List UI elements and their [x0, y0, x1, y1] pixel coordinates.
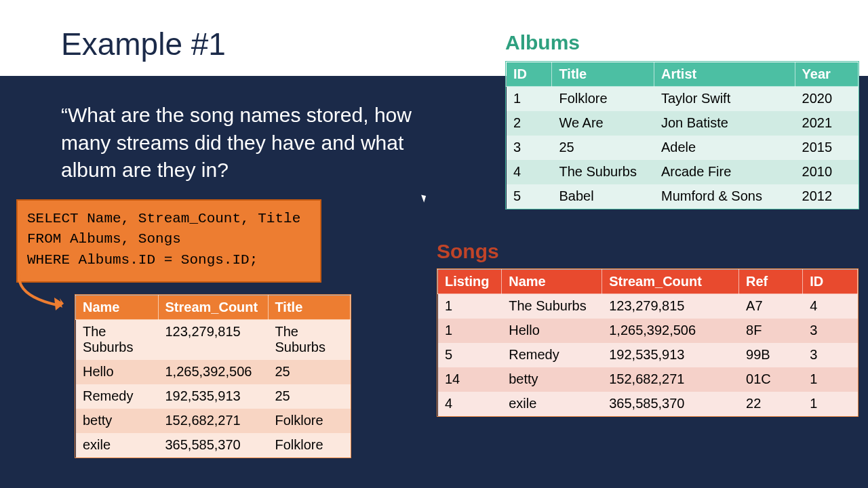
cell: 3 [803, 319, 858, 343]
cell: 3 [803, 343, 858, 367]
cell: Babel [552, 184, 654, 209]
table-row: 5BabelMumford & Sons2012 [507, 184, 859, 209]
sql-line: FROM Albums, Songs [27, 229, 311, 249]
cell: 152,682,271 [602, 367, 739, 392]
cell: 1,265,392,506 [158, 360, 268, 384]
col-header: ID [507, 62, 552, 87]
songs-body: 1The Suburbs123,279,815A741Hello1,265,39… [438, 294, 858, 416]
cell: Hello [502, 319, 602, 343]
table-row: Hello1,265,392,50625 [76, 360, 351, 384]
cell: Hello [76, 360, 159, 384]
cell: Remedy [502, 343, 602, 367]
cell: A7 [739, 294, 803, 319]
albums-body: 1FolkloreTaylor Swift20202We AreJon Bati… [507, 87, 859, 209]
result-body: The Suburbs123,279,815The SuburbsHello1,… [76, 320, 351, 458]
cell: exile [76, 433, 159, 458]
table-row: 2We AreJon Batiste2021 [507, 111, 859, 136]
cell: 5 [438, 343, 502, 367]
table-row: The Suburbs123,279,815The Suburbs [76, 320, 351, 360]
songs-table: Listing Name Stream_Count Ref ID 1The Su… [437, 268, 859, 417]
col-header: Name [76, 296, 159, 320]
cell: 3 [507, 136, 552, 160]
cell: 365,585,370 [158, 433, 268, 458]
cell: 22 [739, 392, 803, 416]
col-header: ID [803, 270, 858, 294]
cell: Arcade Fire [654, 160, 795, 184]
cell: 8F [739, 319, 803, 343]
table-row: 325Adele2015 [507, 136, 859, 160]
col-header: Year [795, 62, 858, 87]
cell: Jon Batiste [654, 111, 795, 136]
cell: 4 [438, 392, 502, 416]
cell: Remedy [76, 384, 159, 409]
cell: Folklore [268, 409, 351, 433]
albums-heading: Albums [505, 31, 580, 54]
cell: 1 [803, 367, 858, 392]
cell: 01C [739, 367, 803, 392]
table-row: betty152,682,271Folklore [76, 409, 351, 433]
svg-marker-0 [54, 298, 64, 310]
table-row: 4The SuburbsArcade Fire2010 [507, 160, 859, 184]
cell: 2020 [795, 87, 858, 111]
cell: 4 [803, 294, 858, 319]
table-row: exile365,585,370Folklore [76, 433, 351, 458]
cell: 123,279,815 [158, 320, 268, 360]
result-table: Name Stream_Count Title The Suburbs123,2… [75, 294, 351, 458]
cell: 192,535,913 [158, 384, 268, 409]
table-row: 1FolkloreTaylor Swift2020 [507, 87, 859, 111]
cell: 2 [507, 111, 552, 136]
cell: 25 [268, 384, 351, 409]
cell: betty [76, 409, 159, 433]
cell: 123,279,815 [602, 294, 739, 319]
sql-line: SELECT Name, Stream_Count, Title [27, 209, 311, 229]
songs-heading: Songs [437, 240, 499, 263]
page-title: Example #1 [61, 26, 226, 62]
cell: Mumford & Sons [654, 184, 795, 209]
cell: 1 [803, 392, 858, 416]
col-header: Stream_Count [158, 296, 268, 320]
albums-table: ID Title Artist Year 1FolkloreTaylor Swi… [505, 61, 859, 209]
cell: 1 [438, 319, 502, 343]
cell: 5 [507, 184, 552, 209]
table-row: 1Hello1,265,392,5068F3 [438, 319, 858, 343]
cell: 152,682,271 [158, 409, 268, 433]
cell: We Are [552, 111, 654, 136]
col-header: Title [268, 296, 351, 320]
table-row: 14betty152,682,27101C1 [438, 367, 858, 392]
cell: 1 [507, 87, 552, 111]
table-row: 1The Suburbs123,279,815A74 [438, 294, 858, 319]
col-header: Listing [438, 270, 502, 294]
table-row: 4exile365,585,370221 [438, 392, 858, 416]
cell: The Suburbs [502, 294, 602, 319]
col-header: Name [502, 270, 602, 294]
cell: Adele [654, 136, 795, 160]
cell: The Suburbs [268, 320, 351, 360]
cell: 2015 [795, 136, 858, 160]
cell: 4 [507, 160, 552, 184]
arrow-icon [9, 263, 77, 317]
cell: 1 [438, 294, 502, 319]
cell: Folklore [552, 87, 654, 111]
cell: 1,265,392,506 [602, 319, 739, 343]
cell: 25 [268, 360, 351, 384]
cell: Folklore [268, 433, 351, 458]
cell: 2012 [795, 184, 858, 209]
cell: 192,535,913 [602, 343, 739, 367]
col-header: Stream_Count [602, 270, 739, 294]
cell: Taylor Swift [654, 87, 795, 111]
cell: 2010 [795, 160, 858, 184]
cell: 25 [552, 136, 654, 160]
col-header: Ref [739, 270, 803, 294]
cell: betty [502, 367, 602, 392]
cell: 14 [438, 367, 502, 392]
cell: The Suburbs [552, 160, 654, 184]
question-text: “What are the song names stored, how man… [61, 102, 427, 184]
cell: exile [502, 392, 602, 416]
table-row: Remedy192,535,91325 [76, 384, 351, 409]
col-header: Artist [654, 62, 795, 87]
cell: 365,585,370 [602, 392, 739, 416]
cell: The Suburbs [76, 320, 159, 360]
table-row: 5Remedy192,535,91399B3 [438, 343, 858, 367]
col-header: Title [552, 62, 654, 87]
cell: 99B [739, 343, 803, 367]
